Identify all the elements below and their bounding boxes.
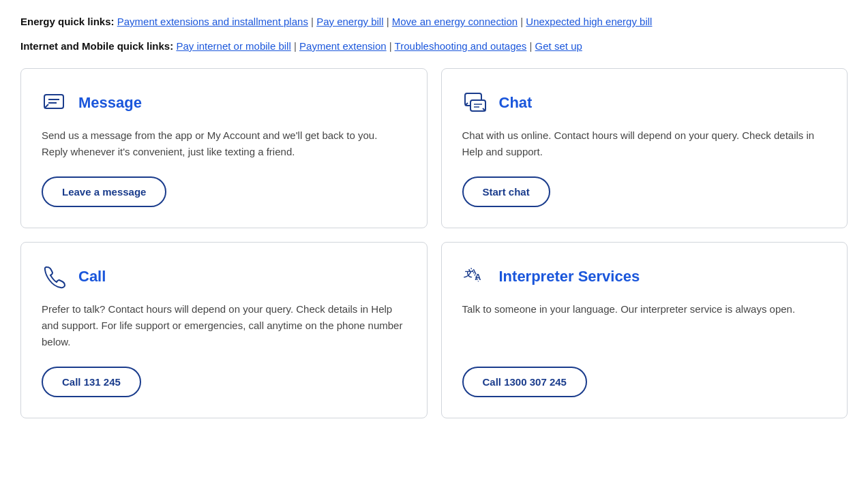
- interpreter-card-title: Interpreter Services: [499, 268, 640, 285]
- call-icon: [42, 263, 69, 290]
- call-card-title: Call: [78, 268, 106, 285]
- energy-quick-links-label: Energy quick links:: [20, 16, 115, 27]
- message-card: Message Send us a message from the app o…: [20, 68, 428, 228]
- internet-quick-links: Internet and Mobile quick links: Pay int…: [20, 38, 848, 55]
- energy-quick-links: Energy quick links: Payment extensions a…: [20, 14, 848, 30]
- call-card: Call Prefer to talk? Contact hours will …: [20, 242, 428, 418]
- link-move-energy-connection[interactable]: Move an energy connection: [392, 16, 518, 27]
- link-pay-energy-bill[interactable]: Pay energy bill: [316, 16, 383, 27]
- call-1300-button[interactable]: Call 1300 307 245: [462, 367, 587, 397]
- chat-card-title: Chat: [499, 94, 533, 112]
- call-card-body: Prefer to talk? Contact hours will depen…: [42, 301, 406, 350]
- interpreter-card: 文 A Interpreter Services Talk to someone…: [441, 242, 848, 418]
- message-card-header: Message: [42, 89, 406, 117]
- cards-grid: Message Send us a message from the app o…: [20, 68, 848, 418]
- interpreter-icon: 文 A: [462, 263, 490, 290]
- call-131-button[interactable]: Call 131 245: [42, 367, 141, 397]
- message-card-title: Message: [78, 94, 142, 112]
- link-troubleshooting-outages[interactable]: Troubleshooting and outages: [395, 40, 527, 52]
- chat-card-body: Chat with us online. Contact hours will …: [462, 127, 827, 160]
- link-unexpected-high-energy-bill[interactable]: Unexpected high energy bill: [526, 16, 652, 27]
- chat-card: Chat Chat with us online. Contact hours …: [441, 68, 848, 228]
- message-card-body: Send us a message from the app or My Acc…: [42, 127, 406, 160]
- internet-quick-links-label: Internet and Mobile quick links:: [20, 40, 173, 52]
- chat-icon: [462, 89, 490, 117]
- link-payment-extension[interactable]: Payment extension: [299, 40, 387, 52]
- chat-card-header: Chat: [462, 89, 827, 117]
- svg-text:文: 文: [463, 268, 473, 279]
- link-pay-internet-mobile[interactable]: Pay internet or mobile bill: [176, 40, 290, 52]
- link-get-set-up[interactable]: Get set up: [535, 40, 582, 52]
- leave-message-button[interactable]: Leave a message: [42, 176, 166, 207]
- interpreter-card-header: 文 A Interpreter Services: [462, 263, 827, 290]
- interpreter-card-body: Talk to someone in your language. Our in…: [462, 301, 827, 350]
- start-chat-button[interactable]: Start chat: [462, 176, 550, 207]
- call-card-header: Call: [42, 263, 406, 290]
- message-icon: [42, 89, 69, 117]
- link-payment-extensions[interactable]: Payment extensions and installment plans: [117, 16, 308, 27]
